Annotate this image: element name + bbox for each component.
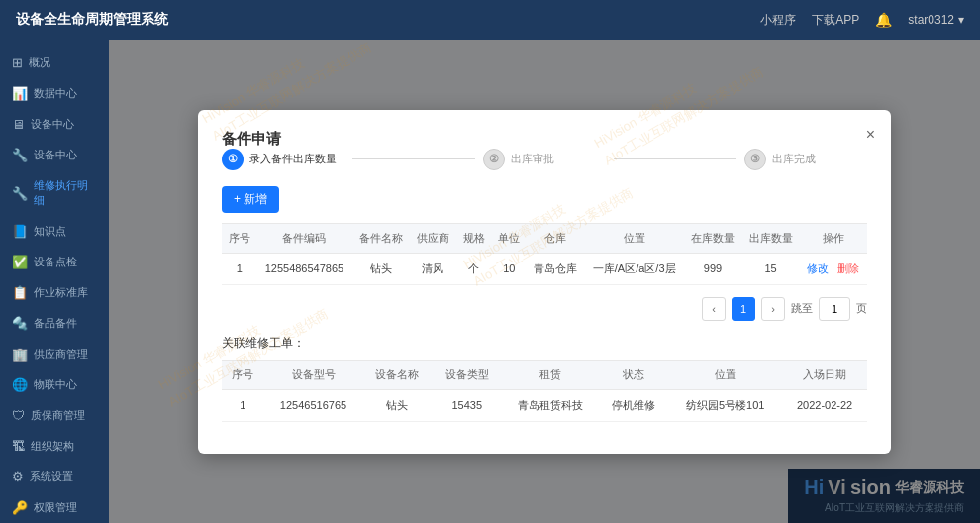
sidebar-item-org[interactable]: 🏗 组织架构 — [0, 431, 109, 462]
sidebar-item-supplier[interactable]: 🏢 供应商管理 — [0, 339, 109, 369]
overview-icon: ⊞ — [12, 55, 23, 70]
standards-icon: 📋 — [12, 285, 28, 300]
step-1-label: 录入备件出库数量 — [249, 152, 337, 166]
sidebar-item-warranty[interactable]: 🛡 质保商管理 — [0, 400, 109, 431]
sidebar-label-supplier: 供应商管理 — [34, 347, 88, 362]
sidebar-item-overview[interactable]: ⊞ 概况 — [0, 48, 109, 78]
bell-icon[interactable]: 🔔 — [875, 12, 892, 28]
rel-row-index: 1 — [222, 389, 264, 421]
rel-col-index: 序号 — [222, 360, 264, 389]
row-supplier: 清风 — [410, 253, 456, 284]
sidebar-item-permissions[interactable]: 🔑 权限管理 — [0, 492, 109, 523]
row-spec: 个 — [456, 253, 492, 284]
rel-col-date: 入场日期 — [782, 360, 867, 389]
devicecenter-icon: 🖥 — [12, 117, 25, 132]
related-table-row: 1 12546516765 钻头 15435 青岛租赁科技 停机维修 纺织园5号… — [222, 389, 867, 421]
sidebar-label-parts: 备品备件 — [34, 316, 77, 331]
rel-col-type: 设备类型 — [433, 360, 502, 389]
sidebar-item-iot[interactable]: 🌐 物联中心 — [0, 369, 109, 400]
rel-col-name: 设备名称 — [362, 360, 432, 389]
app-title: 设备全生命周期管理系统 — [16, 11, 168, 29]
add-parts-button[interactable]: + 新增 — [222, 186, 279, 213]
rel-col-status: 状态 — [599, 360, 668, 389]
mini-program-link[interactable]: 小程序 — [760, 12, 796, 29]
rel-col-rental: 租赁 — [502, 360, 599, 389]
table-row: 1 1255486547865 钻头 清风 个 10 青岛仓库 一库/A区/a区… — [222, 253, 867, 284]
edit-button[interactable]: 修改 — [807, 262, 829, 274]
page-1-button[interactable]: 1 — [732, 297, 755, 321]
device2-icon: 🔧 — [12, 148, 28, 162]
repair-icon: 🔧 — [12, 186, 28, 201]
col-index: 序号 — [222, 223, 257, 253]
rel-row-rental: 青岛租赁科技 — [502, 389, 599, 421]
step-1: ① 录入备件出库数量 — [222, 149, 344, 170]
warranty-icon: 🛡 — [12, 408, 25, 423]
iot-icon: 🌐 — [12, 377, 28, 392]
sidebar-label-repair: 维修执行明细 — [34, 178, 97, 208]
step-line-1 — [352, 158, 475, 159]
sidebar-item-knowledge[interactable]: 📘 知识点 — [0, 216, 109, 247]
user-info: star0312 ▾ — [908, 13, 964, 27]
row-name: 钻头 — [351, 253, 410, 284]
step-2-circle: ② — [483, 149, 505, 170]
username: star0312 — [908, 13, 954, 27]
sidebar-label-device2: 设备中心 — [34, 148, 77, 162]
sidebar-item-parts[interactable]: 🔩 备品备件 — [0, 308, 109, 339]
sidebar-item-devicecenter[interactable]: 🖥 设备中心 — [0, 109, 109, 140]
rel-row-location: 纺织园5号楼101 — [668, 389, 782, 421]
sidebar-label-overview: 概况 — [29, 55, 50, 70]
sidebar-item-standards[interactable]: 📋 作业标准库 — [0, 277, 109, 308]
datacenter-icon: 📊 — [12, 86, 28, 101]
inspection-icon: ✅ — [12, 255, 28, 269]
sidebar-item-inspection[interactable]: ✅ 设备点检 — [0, 247, 109, 277]
sidebar-item-datacenter[interactable]: 📊 数据中心 — [0, 78, 109, 109]
row-index: 1 — [222, 253, 257, 284]
org-icon: 🏗 — [12, 439, 25, 454]
parts-table: 序号 备件编码 备件名称 供应商 规格 单位 仓库 位置 在库数量 出库数量 操 — [222, 223, 867, 285]
content-bg: HiVision 华睿源科技AIoT工业互联网解决方案提供商 HiVision … — [109, 40, 980, 523]
permissions-icon: 🔑 — [12, 500, 28, 515]
rel-row-status: 停机维修 — [599, 389, 668, 421]
page-input[interactable] — [819, 297, 850, 321]
step-line-2 — [614, 158, 736, 159]
rel-row-model: 12546516765 — [264, 389, 363, 421]
col-spec: 规格 — [456, 223, 492, 253]
step-3-label: 出库完成 — [772, 152, 816, 166]
related-work-order-table: 序号 设备型号 设备名称 设备类型 租赁 状态 位置 入场日期 — [222, 360, 867, 422]
sidebar-item-settings[interactable]: ⚙ 系统设置 — [0, 462, 109, 492]
step-2: ② 出库审批 — [483, 149, 606, 170]
sidebar-label-inspection: 设备点检 — [34, 255, 77, 269]
col-supplier: 供应商 — [410, 223, 456, 253]
step-1-number: ① — [228, 153, 238, 165]
dropdown-icon[interactable]: ▾ — [958, 13, 964, 27]
modal-close-button[interactable]: × — [866, 126, 875, 144]
sidebar-item-repair[interactable]: 🔧 维修执行明细 — [0, 170, 109, 216]
rel-col-location: 位置 — [668, 360, 782, 389]
parts-icon: 🔩 — [12, 316, 28, 331]
col-name: 备件名称 — [351, 223, 410, 253]
rel-row-name: 钻头 — [362, 389, 432, 421]
step-2-label: 出库审批 — [511, 152, 554, 166]
row-unit: 10 — [491, 253, 527, 284]
parts-request-modal: 备件申请 × ① 录入备件出库数量 ② — [198, 110, 891, 454]
sidebar-item-device2[interactable]: 🔧 设备中心 — [0, 140, 109, 170]
modal-overlay: HiVision 华睿源科技AIoT工业互联网解决方案提供商 HiVision … — [109, 40, 980, 523]
related-section-title: 关联维修工单： — [222, 335, 867, 352]
rel-row-type: 15435 — [433, 389, 502, 421]
row-actions: 修改 删除 — [800, 253, 867, 284]
supplier-icon: 🏢 — [12, 347, 28, 362]
next-page-button[interactable]: › — [761, 297, 785, 321]
step-3-number: ③ — [750, 153, 760, 165]
download-app-link[interactable]: 下载APP — [812, 12, 859, 29]
delete-button[interactable]: 删除 — [837, 262, 859, 274]
knowledge-icon: 📘 — [12, 224, 28, 239]
row-location: 一库/A区/a区/3层 — [585, 253, 684, 284]
col-instock: 在库数量 — [684, 223, 742, 253]
row-instock: 999 — [684, 253, 742, 284]
col-location: 位置 — [585, 223, 684, 253]
prev-page-button[interactable]: ‹ — [702, 297, 726, 321]
step-1-circle: ① — [222, 149, 244, 170]
step-2-number: ② — [489, 153, 499, 165]
col-unit: 单位 — [491, 223, 527, 253]
modal-title: 备件申请 — [222, 130, 281, 147]
